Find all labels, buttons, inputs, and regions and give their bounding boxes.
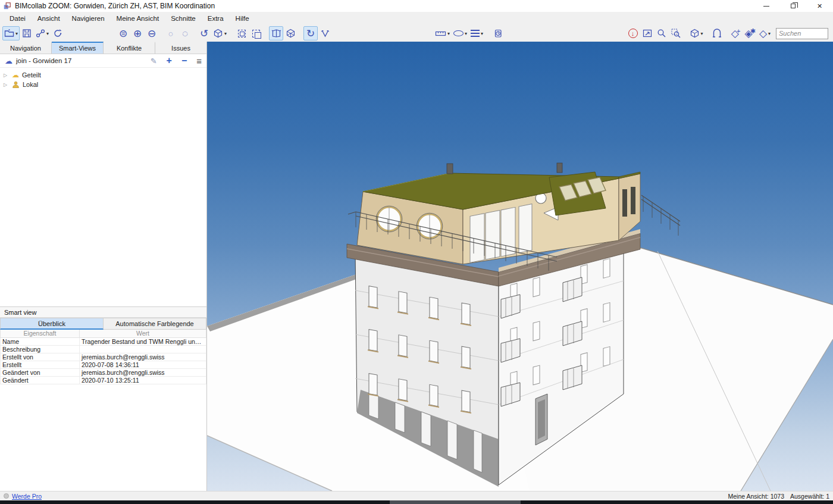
orbit-mode-button[interactable]: ↻ bbox=[303, 26, 318, 40]
undo-rotate-icon: ↺ bbox=[200, 29, 208, 39]
download-red-icon: ↓ bbox=[628, 29, 638, 38]
select-area-button[interactable] bbox=[234, 26, 249, 40]
zoom-extents-button[interactable]: ⊜ bbox=[116, 26, 130, 40]
open-model-button[interactable]: ▾ bbox=[2, 26, 20, 40]
panel-tab-strip: Überblick Automatische Farblegende bbox=[0, 318, 206, 330]
table-row[interactable]: Geändert von jeremias.burch@renggli.swis… bbox=[1, 368, 206, 376]
sidebar-tab-strip: Navigation Smart-Views Konflikte Issues bbox=[0, 42, 206, 54]
ghost-hidden-small-button[interactable]: ◌ bbox=[164, 26, 178, 40]
minimize-icon bbox=[763, 6, 769, 7]
tree-item-geteilt[interactable]: ▷ ☁ Geteilt bbox=[4, 70, 206, 80]
menu-extra[interactable]: Extra bbox=[202, 13, 230, 24]
table-row[interactable]: Erstellt 2020-07-08 14:36:11 bbox=[1, 361, 206, 368]
menu-bar: Datei Ansicht Navigieren Meine Ansicht S… bbox=[0, 12, 833, 25]
status-bar: Werde Pro Meine Ansicht: 1073 Ausgewählt… bbox=[0, 491, 833, 500]
viewport-3d[interactable] bbox=[207, 42, 833, 491]
close-button[interactable]: ✕ bbox=[806, 0, 833, 12]
section-from-selection-button[interactable]: ◈ ✱ bbox=[743, 26, 757, 40]
wireframe-cube-icon bbox=[286, 29, 296, 38]
zoom-out-button[interactable]: ⊖ bbox=[145, 26, 159, 40]
clipping-shape-button[interactable]: ▾ bbox=[452, 26, 469, 40]
tab-farblegende[interactable]: Automatische Farblegende bbox=[104, 318, 206, 330]
standard-views-button[interactable]: ▾ bbox=[211, 26, 228, 40]
floppy-save-icon bbox=[22, 29, 32, 38]
list-options-button[interactable]: ▾ bbox=[469, 26, 485, 40]
sync-refresh-button[interactable] bbox=[51, 26, 65, 40]
add-section-plane-button[interactable]: ◇ + bbox=[729, 26, 743, 40]
smartviews-menu-button[interactable]: ≡ bbox=[196, 56, 202, 66]
title-bar: BIMcollab ZOOM: Gorwiden, Zürich ZH, AST… bbox=[0, 0, 833, 12]
reset-view-button[interactable]: ↺ bbox=[197, 26, 211, 40]
expander-icon[interactable]: ▷ bbox=[4, 73, 9, 78]
search-input[interactable] bbox=[776, 28, 828, 39]
tree-item-label: Lokal bbox=[23, 81, 38, 88]
dropdown-icon: ▾ bbox=[701, 31, 703, 36]
tab-smart-views[interactable]: Smart-Views bbox=[52, 42, 104, 54]
selected-count-status: Ausgewählt: 1 bbox=[790, 493, 829, 500]
table-row[interactable]: Geändert 2020-07-10 13:25:11 bbox=[1, 376, 206, 384]
taskbar-edge bbox=[0, 500, 833, 504]
lines-icon bbox=[471, 30, 480, 37]
expander-icon[interactable]: ▷ bbox=[4, 82, 9, 87]
dropdown-icon: ▾ bbox=[465, 31, 467, 36]
tab-navigation[interactable]: Navigation bbox=[0, 42, 52, 54]
tab-konflikte[interactable]: Konflikte bbox=[104, 42, 155, 54]
ghost-hidden-large-button[interactable]: ◌ bbox=[178, 26, 192, 40]
left-sidebar: Navigation Smart-Views Konflikte Issues … bbox=[0, 42, 207, 491]
measure-button[interactable]: ▾ bbox=[433, 26, 452, 40]
sections-menu-button[interactable]: ◇ ▾ bbox=[757, 26, 772, 40]
dotted-circle-icon: ◌ bbox=[182, 29, 188, 39]
prop-value: jeremias.burch@renggli.swiss bbox=[80, 353, 206, 361]
folder-open-icon bbox=[4, 29, 14, 38]
fit-screen-icon bbox=[643, 29, 652, 38]
save-viewpoint-button[interactable] bbox=[20, 26, 34, 40]
prop-value: jeremias.burch@renggli.swiss bbox=[80, 368, 206, 376]
minimize-button[interactable] bbox=[753, 0, 779, 12]
zoom-selection-button[interactable] bbox=[669, 26, 683, 40]
plus-overlay-icon: + bbox=[737, 27, 740, 35]
prop-value: 2020-07-10 13:25:11 bbox=[80, 376, 206, 384]
menu-ansicht[interactable]: Ansicht bbox=[32, 13, 66, 24]
chimneys bbox=[447, 163, 562, 174]
remove-smartview-button[interactable]: − bbox=[181, 55, 187, 66]
app-logo-icon bbox=[3, 2, 11, 10]
dropdown-icon: ▾ bbox=[15, 31, 18, 36]
zoom-out-icon: ⊖ bbox=[148, 29, 156, 39]
cube-icon bbox=[213, 29, 223, 38]
menu-datei[interactable]: Datei bbox=[4, 13, 32, 24]
share-link-button[interactable]: ▾ bbox=[34, 26, 51, 40]
werde-pro-link[interactable]: Werde Pro bbox=[12, 493, 42, 500]
saved-views-button[interactable] bbox=[710, 26, 724, 40]
walk-fly-icon bbox=[320, 29, 330, 38]
prop-key: Name bbox=[1, 337, 80, 345]
table-row[interactable]: Erstellt von jeremias.burch@renggli.swis… bbox=[1, 353, 206, 361]
magnifier-icon bbox=[657, 29, 666, 38]
tab-ueberblick[interactable]: Überblick bbox=[0, 318, 104, 330]
zoom-window-button[interactable] bbox=[654, 26, 669, 40]
edit-pencil-icon[interactable]: ✎ bbox=[151, 57, 157, 65]
dropdown-icon: ▾ bbox=[481, 31, 483, 36]
menu-navigieren[interactable]: Navigieren bbox=[66, 13, 111, 24]
menu-hilfe[interactable]: Hilfe bbox=[230, 13, 255, 24]
tab-issues[interactable]: Issues bbox=[155, 42, 206, 54]
copy-view-button[interactable] bbox=[491, 26, 505, 40]
open-section-view-button[interactable] bbox=[269, 26, 283, 40]
star-overlay-icon: ✱ bbox=[750, 27, 756, 35]
model-cube-button[interactable] bbox=[283, 26, 298, 40]
zoom-in-button[interactable]: ⊕ bbox=[130, 26, 145, 40]
menu-meine-ansicht[interactable]: Meine Ansicht bbox=[111, 13, 165, 24]
building-model-3d bbox=[207, 42, 833, 491]
table-row[interactable]: Beschreibung bbox=[1, 345, 206, 353]
menu-schnitte[interactable]: Schnitte bbox=[165, 13, 202, 24]
add-smartview-button[interactable]: + bbox=[167, 55, 172, 66]
tree-item-lokal[interactable]: ▷ Lokal bbox=[4, 80, 206, 89]
select-area-crossing-button[interactable] bbox=[249, 26, 263, 40]
restore-button[interactable] bbox=[779, 0, 806, 12]
col-header-eigenschaft: Eigenschaft bbox=[1, 330, 80, 337]
table-row[interactable]: Name Tragender Bestand und TWM Renggli u… bbox=[1, 337, 206, 345]
download-model-button[interactable]: ↓ bbox=[626, 26, 640, 40]
isolate-elements-button[interactable]: ▾ bbox=[688, 26, 705, 40]
fit-to-view-button[interactable] bbox=[640, 26, 654, 40]
smart-view-panel: Smart view Überblick Automatische Farble… bbox=[0, 306, 206, 491]
walk-mode-button[interactable] bbox=[318, 26, 332, 40]
